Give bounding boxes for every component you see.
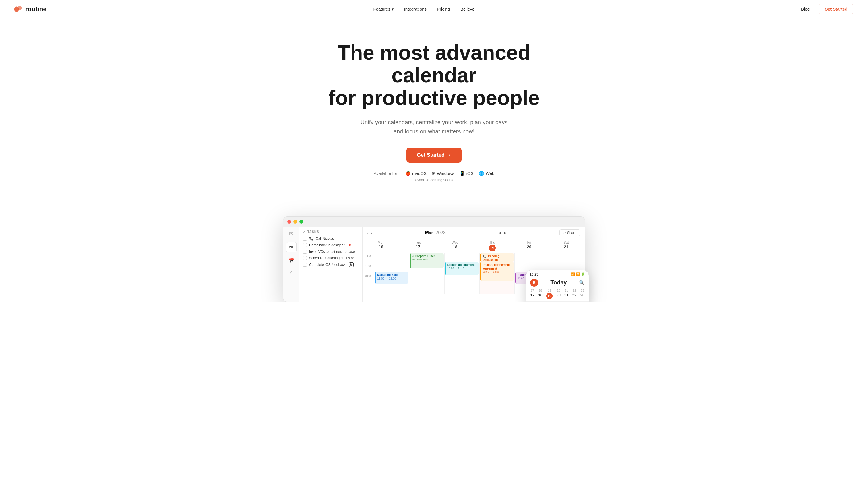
logo-text: routine (25, 5, 47, 13)
tasks-icon: ✓ (303, 230, 306, 233)
nav-right: Blog Get Started (801, 4, 854, 14)
day-header-mon: Mon 16 (363, 239, 400, 253)
apple-icon: 🍎 (405, 171, 411, 176)
task-checkbox[interactable] (303, 250, 307, 254)
platform-ios: 📱 iOS (460, 171, 474, 176)
notion-badge: N (349, 262, 354, 267)
time-0100: 01:00 (363, 274, 374, 284)
share-icon: ↗ (563, 231, 566, 235)
cal-col-tue: ✓ Prepare Lunch 09:00 — 10:45 (409, 253, 444, 294)
calendar-event[interactable]: 📞 Branding Discussion (480, 253, 514, 262)
mobile-status-bar: 10:25 📶 🛜 🔋 (526, 270, 589, 277)
task-checkbox[interactable] (303, 263, 307, 267)
navbar: routine Features Integrations Pricing Be… (0, 0, 868, 18)
windows-icon: ⊞ (432, 171, 436, 176)
task-item[interactable]: Invite VCs to test next release (303, 250, 359, 254)
mobile-week-day: 17 17 (530, 289, 535, 299)
nav-features[interactable]: Features (373, 7, 394, 12)
mobile-week-day: 23 23 (580, 289, 585, 299)
task-checkbox[interactable] (303, 256, 307, 260)
mac-maximize-button[interactable] (299, 220, 303, 224)
platform-windows: ⊞ Windows (432, 171, 454, 176)
time-1200: 12:00 (363, 264, 374, 274)
calendar-event[interactable]: Prepare partnership agreement 10:00 — 12… (480, 262, 514, 281)
time-1100: 11:00 (363, 253, 374, 264)
calendar-header: ‹ › Mar 2023 ◀ ▶ ↗ Share (363, 227, 585, 239)
checklist-icon[interactable]: ✓ (289, 269, 293, 275)
day-header-sat: Sat 21 (548, 239, 585, 253)
app-preview: ✉ 20 📅 ✓ ✓ TASKS 📞 Call Nicolas Co (276, 217, 592, 302)
calendar-icon[interactable]: 📅 (288, 257, 295, 264)
calendar-nav-next[interactable]: ▶ (504, 230, 506, 235)
platform-macos: 🍎 macOS (405, 171, 426, 176)
nav-links: Features Integrations Pricing Believe (373, 7, 475, 12)
mac-close-button[interactable] (287, 220, 291, 224)
mobile-all-day: ALL DAY (526, 302, 589, 302)
battery-icon: 🔋 (581, 272, 585, 276)
task-checkbox[interactable] (303, 237, 307, 241)
mobile-week-day: 20 20 (556, 289, 561, 299)
calendar-title: Mar 2023 (425, 230, 446, 236)
hero-section: The most advanced calendar for productiv… (0, 18, 868, 199)
mobile-header: R Today 🔍 (526, 277, 589, 289)
svg-point-1 (18, 6, 22, 10)
app-tasks: ✓ TASKS 📞 Call Nicolas Come back to desi… (299, 227, 363, 302)
available-for: Available for 🍎 macOS ⊞ Windows 📱 iOS 🌐 … (7, 171, 861, 182)
platform-web: 🌐 Web (479, 171, 495, 176)
cal-col-wed: Doctor appointment 10:30 — 11:15 (444, 253, 479, 294)
cal-col-mon: Marketing Sync 11:00 — 12:00 (374, 253, 409, 294)
task-item[interactable]: 📞 Call Nicolas (303, 237, 359, 241)
mac-titlebar (283, 217, 585, 227)
mac-minimize-button[interactable] (293, 220, 297, 224)
cal-col-thu: 📞 Branding Discussion Prepare partnershi… (479, 253, 514, 294)
nav-believe[interactable]: Believe (461, 7, 474, 11)
task-checkbox[interactable] (303, 243, 307, 247)
calendar-back-button[interactable]: ‹ (367, 230, 369, 235)
nav-get-started-button[interactable]: Get Started (818, 4, 854, 14)
android-note: (Android coming soon) (7, 178, 861, 182)
nav-integrations[interactable]: Integrations (404, 7, 426, 11)
mobile-week-strip: 17 17 18 18 19 19 20 20 21 21 22 22 (526, 289, 589, 302)
day-header-tue: Tue 17 (400, 239, 437, 253)
mobile-week-day: 18 18 (538, 289, 542, 299)
calendar-event[interactable]: ✓ Prepare Lunch 09:00 — 10:45 (410, 253, 444, 268)
day-header-fri: Fri 20 (511, 239, 548, 253)
calendar-nav-prev[interactable]: ◀ (499, 230, 501, 235)
hero-get-started-button[interactable]: Get Started → (406, 148, 462, 163)
app-sidebar: ✉ 20 📅 ✓ (283, 227, 299, 302)
logo[interactable]: routine (14, 5, 47, 13)
wifi-icon: 🛜 (576, 272, 580, 276)
nav-blog[interactable]: Blog (801, 7, 810, 11)
hero-subtext: Unify your calendars, centralize your wo… (359, 118, 509, 136)
mobile-overlay: 10:25 📶 🛜 🔋 R Today 🔍 17 17 18 18 19 19 (526, 270, 589, 302)
mobile-icon: 📱 (460, 171, 465, 176)
calendar-event[interactable]: Doctor appointment 10:30 — 11:15 (445, 262, 479, 275)
time-labels: 11:00 12:00 01:00 (363, 253, 374, 294)
logo-icon (14, 6, 23, 13)
features-chevron-icon (392, 7, 394, 12)
mobile-week-day-today: 19 19 (546, 289, 552, 299)
task-item[interactable]: Schedule marketing brainstor... (303, 256, 359, 260)
nav-pricing[interactable]: Pricing (437, 7, 450, 11)
signal-icon: 📶 (571, 272, 575, 276)
day-header-thu: Thu 19 (474, 239, 511, 253)
sidebar-date[interactable]: 20 (286, 242, 297, 252)
calendar-day-headers: Mon 16 Tue 17 Wed 18 Thu 19 (363, 239, 585, 253)
avatar: R (530, 279, 538, 287)
calendar-forward-button[interactable]: › (371, 230, 372, 235)
inbox-icon[interactable]: ✉ (289, 230, 293, 237)
day-header-wed: Wed 18 (437, 239, 474, 253)
hero-headline: The most advanced calendar for productiv… (322, 41, 546, 109)
share-button[interactable]: ↗ Share (560, 229, 580, 236)
tasks-header: ✓ TASKS (303, 230, 359, 233)
search-icon[interactable]: 🔍 (579, 280, 585, 285)
web-icon: 🌐 (479, 171, 484, 176)
gmail-badge: M (348, 243, 352, 247)
task-item[interactable]: Complete iOS feedback N (303, 262, 359, 267)
mobile-week-day: 22 22 (572, 289, 576, 299)
mobile-week-day: 21 21 (564, 289, 568, 299)
task-item[interactable]: Come back to designer M (303, 243, 359, 247)
calendar-event[interactable]: Marketing Sync 11:00 — 12:00 (375, 272, 408, 284)
task-phone-icon: 📞 (309, 237, 314, 241)
